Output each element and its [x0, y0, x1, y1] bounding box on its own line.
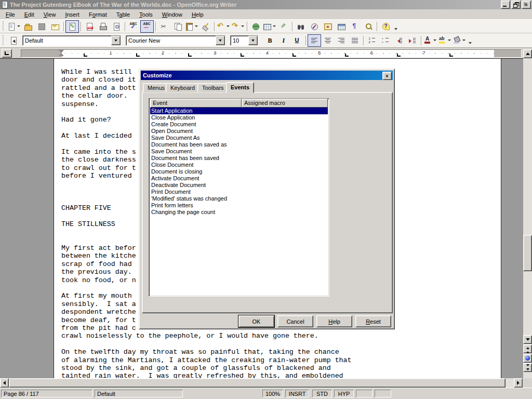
- status-insert-mode[interactable]: INSRT: [285, 390, 309, 397]
- spellcheck-button[interactable]: [127, 20, 140, 33]
- horizontal-scrollbar[interactable]: [0, 378, 523, 388]
- cancel-button[interactable]: Cancel: [277, 315, 313, 327]
- scroll-up-button[interactable]: [523, 49, 532, 58]
- italic-button[interactable]: [277, 34, 290, 47]
- status-zoom[interactable]: 100%: [262, 390, 283, 397]
- scroll-down-button[interactable]: [523, 335, 532, 344]
- tab-toolbars[interactable]: Toolbars: [197, 83, 229, 92]
- new-document-button[interactable]: [7, 20, 21, 33]
- font-size-combo[interactable]: 10: [230, 35, 258, 46]
- event-row[interactable]: Document has been saved: [150, 155, 328, 162]
- next-page-button[interactable]: [523, 363, 532, 372]
- dropdown-arrow-icon[interactable]: [16, 21, 21, 32]
- paragraph-style-value[interactable]: Default: [23, 36, 111, 45]
- underline-button[interactable]: [290, 34, 304, 47]
- event-row[interactable]: Changing the page count: [150, 209, 328, 216]
- event-row[interactable]: 'Modified' status was changed: [150, 195, 328, 202]
- edit-file-button[interactable]: [65, 20, 79, 33]
- dropdown-arrow-icon[interactable]: [447, 35, 451, 46]
- event-row[interactable]: Print form letters: [150, 202, 328, 209]
- find-replace-button[interactable]: [294, 20, 308, 33]
- copy-button[interactable]: [171, 20, 184, 33]
- event-row[interactable]: Activate Document: [150, 175, 328, 182]
- dropdown-arrow-icon[interactable]: [272, 21, 276, 32]
- increase-indent-button[interactable]: [406, 34, 419, 47]
- menu-format[interactable]: Format: [84, 10, 112, 19]
- dropdown-arrow-icon[interactable]: [461, 35, 466, 46]
- help-button[interactable]: Help: [316, 315, 352, 327]
- toolbar-grip[interactable]: [2, 21, 5, 32]
- highlighting-button[interactable]: [437, 34, 452, 47]
- menu-insert[interactable]: Insert: [60, 10, 84, 19]
- zoom-button[interactable]: [362, 20, 375, 33]
- decrease-indent-button[interactable]: [392, 34, 406, 47]
- chevron-down-icon[interactable]: [111, 36, 121, 45]
- tab-events[interactable]: Events: [226, 82, 254, 93]
- dropdown-arrow-icon[interactable]: [432, 35, 437, 46]
- dropdown-arrow-icon[interactable]: [240, 21, 245, 32]
- nonprinting-characters-button[interactable]: [348, 20, 362, 33]
- event-list[interactable]: Event Assigned macro Start ApplicationCl…: [149, 98, 329, 297]
- navigation-button[interactable]: [523, 354, 532, 363]
- stylist-button[interactable]: [7, 34, 20, 47]
- align-left-button[interactable]: [308, 34, 321, 47]
- event-row[interactable]: Print Document: [150, 189, 328, 195]
- event-row[interactable]: Open Document: [150, 128, 328, 135]
- hyperlink-button[interactable]: [249, 20, 262, 33]
- open-button[interactable]: [21, 20, 35, 33]
- event-row[interactable]: Save Document: [150, 148, 328, 155]
- draw-button[interactable]: [277, 20, 290, 33]
- align-justified-button[interactable]: [348, 34, 362, 47]
- save-button[interactable]: [35, 20, 48, 33]
- ok-button[interactable]: OK: [238, 315, 274, 327]
- font-size-value[interactable]: 10: [231, 36, 248, 45]
- dialog-close-button[interactable]: ×: [382, 72, 392, 80]
- background-color-button[interactable]: [452, 34, 467, 47]
- status-page-style[interactable]: Default: [95, 390, 183, 397]
- margin-marker[interactable]: [58, 50, 64, 56]
- paintbrush-button[interactable]: [199, 20, 212, 33]
- redo-button[interactable]: [231, 20, 245, 33]
- paste-button[interactable]: [184, 20, 199, 33]
- font-name-combo[interactable]: Courier New: [126, 35, 225, 46]
- event-row[interactable]: Save Document As: [150, 135, 328, 141]
- reset-button[interactable]: Reset: [355, 315, 391, 327]
- cut-button[interactable]: [157, 20, 171, 33]
- toolbar-more-button[interactable]: [392, 20, 400, 33]
- tab-keyboard[interactable]: Keyboard: [166, 83, 200, 92]
- font-color-button[interactable]: [423, 34, 437, 47]
- data-sources-button[interactable]: [335, 20, 348, 33]
- status-selection-mode[interactable]: STD: [312, 390, 332, 397]
- menu-file[interactable]: File: [1, 10, 20, 19]
- toolbar-more-button[interactable]: [467, 34, 474, 47]
- event-row[interactable]: Create Document: [150, 121, 328, 128]
- scroll-left-button[interactable]: [0, 378, 9, 388]
- tab-type-selector[interactable]: [2, 49, 12, 58]
- scroll-right-button[interactable]: [514, 378, 523, 388]
- event-row[interactable]: Deactivate Document: [150, 182, 328, 189]
- dropdown-arrow-icon[interactable]: [225, 21, 230, 32]
- menu-table[interactable]: Table: [112, 10, 135, 19]
- export-pdf-button[interactable]: [83, 20, 96, 33]
- menu-tools[interactable]: Tools: [135, 10, 157, 19]
- align-right-button[interactable]: [335, 34, 348, 47]
- mail-button[interactable]: [48, 20, 62, 33]
- event-row[interactable]: Close Application: [150, 114, 328, 121]
- vertical-scroll-thumb[interactable]: [523, 235, 532, 271]
- bold-button[interactable]: [263, 34, 277, 47]
- horizontal-scroll-thumb[interactable]: [9, 378, 506, 388]
- dropdown-arrow-icon[interactable]: [194, 21, 198, 32]
- table-button[interactable]: [262, 20, 277, 33]
- toolbar-grip[interactable]: [2, 35, 5, 46]
- close-document-icon[interactable]: ×: [522, 1, 529, 8]
- page-preview-button[interactable]: [110, 20, 123, 33]
- numbering-button[interactable]: [365, 34, 379, 47]
- navigator-button[interactable]: [308, 20, 321, 33]
- event-row[interactable]: Close Document: [150, 162, 328, 168]
- status-hyperlink-mode[interactable]: HYP: [334, 390, 354, 397]
- previous-page-button[interactable]: [523, 344, 532, 353]
- paragraph-style-combo[interactable]: Default: [22, 35, 121, 46]
- undo-button[interactable]: [216, 20, 231, 33]
- minimize-button[interactable]: [501, 1, 510, 9]
- menu-edit[interactable]: Edit: [20, 10, 39, 19]
